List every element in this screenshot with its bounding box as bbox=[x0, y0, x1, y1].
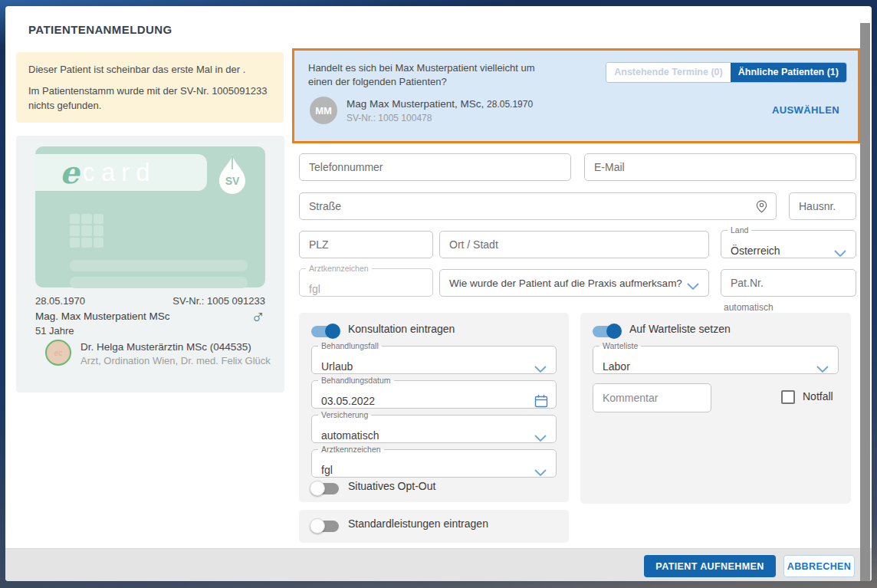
suggestion-question: Handelt es sich bei Max Musterpatient vi… bbox=[308, 61, 535, 89]
svg-text:SV: SV bbox=[225, 175, 240, 187]
ecard-placeholder-bar bbox=[70, 277, 248, 288]
hausnr-input[interactable] bbox=[789, 192, 856, 220]
land-select[interactable]: Land Österreich bbox=[721, 226, 856, 258]
notfall-label: Notfall bbox=[803, 390, 833, 402]
page-title: PATIENTENANMELDUNG bbox=[28, 23, 172, 36]
konsultation-toggle[interactable] bbox=[311, 326, 339, 337]
warteliste-toggle[interactable] bbox=[593, 326, 620, 337]
calendar-icon[interactable] bbox=[534, 394, 548, 411]
similar-patient-suggestion-box: Handelt es sich bei Max Musterpatient vi… bbox=[292, 48, 860, 143]
patient-age: 51 Jahre bbox=[35, 325, 74, 337]
plz-input[interactable] bbox=[299, 231, 433, 258]
ecard-image: ecard SV bbox=[35, 146, 265, 287]
ecard-chip bbox=[70, 214, 103, 248]
first-visit-notice: Dieser Patient ist scheinbar das erste M… bbox=[16, 52, 284, 123]
arztkennzeichen-field: Arztkennzeichen fgl bbox=[299, 264, 433, 297]
ecard-logo-band: ecard bbox=[35, 154, 207, 191]
suggested-patient-birthdate: 28.05.1970 bbox=[487, 99, 533, 110]
patient-avatar: MM bbox=[310, 97, 337, 124]
tab-aehnliche-patienten[interactable]: Ähnliche Patienten (1) bbox=[731, 63, 846, 82]
male-gender-icon: ♂ bbox=[251, 306, 265, 328]
arztkennzeichen-label: Arztkennzeichen bbox=[306, 264, 372, 273]
abbrechen-button[interactable]: ABBRECHEN bbox=[783, 555, 855, 577]
sv-leaf-icon: SV bbox=[216, 153, 248, 199]
behandlungsfall-select[interactable]: Behandlungsfall Urlaub bbox=[311, 342, 557, 374]
kommentar-input[interactable] bbox=[593, 383, 711, 412]
behandlungsdatum-field[interactable]: Behandlungsdatum 03.05.2022 bbox=[311, 376, 557, 409]
situatives-optout-label: Situatives Opt-Out bbox=[348, 480, 435, 492]
telefonnummer-input[interactable] bbox=[299, 153, 571, 181]
behandlungsfall-value: Urlaub bbox=[321, 360, 353, 373]
chevron-down-icon bbox=[834, 247, 846, 261]
dialog-footer: PATIENT AUFNEHMEN ABBRECHEN bbox=[5, 548, 872, 581]
email-input[interactable] bbox=[584, 153, 856, 181]
standardleistungen-label: Standardleistungen eintragen bbox=[348, 517, 488, 530]
situatives-optout-toggle[interactable] bbox=[311, 483, 339, 494]
patient-name: Mag. Max Musterpatient MSc bbox=[35, 310, 170, 322]
patient-birthdate: 28.05.1970 bbox=[35, 295, 85, 307]
patient-aufnehmen-button[interactable]: PATIENT AUFNEHMEN bbox=[644, 555, 776, 577]
standardleistungen-panel: Standardleistungen eintragen bbox=[299, 510, 569, 543]
doctor-name: Dr. Helga Musterärztin MSc (044535) bbox=[80, 341, 251, 353]
patient-sv-number: SV-Nr.: 1005 091233 bbox=[172, 295, 265, 307]
patient-registration-dialog: PATIENTENANMELDUNG Dieser Patient ist sc… bbox=[5, 6, 872, 581]
behandlungsdatum-value: 03.05.2022 bbox=[321, 395, 375, 407]
chevron-down-icon bbox=[534, 363, 547, 376]
praxis-aufmerksam-select[interactable]: Wie wurde der Patient auf die Praxis auf… bbox=[439, 269, 709, 297]
patnr-hint: automatisch bbox=[724, 302, 774, 313]
notice-line-1: Dieser Patient ist scheinbar das erste M… bbox=[28, 62, 271, 77]
land-value: Österreich bbox=[731, 245, 780, 257]
doctor-detail: Arzt, Ordination Wien, Dr. med. Felix Gl… bbox=[80, 355, 271, 366]
strasse-input[interactable] bbox=[299, 192, 777, 220]
standardleistungen-toggle[interactable] bbox=[311, 521, 339, 532]
warteliste-panel: Auf Warteliste setzen Warteliste Labor N… bbox=[580, 313, 851, 504]
chevron-down-icon bbox=[534, 466, 547, 480]
warteliste-value: Labor bbox=[603, 360, 630, 373]
warteliste-toggle-label: Auf Warteliste setzen bbox=[629, 323, 731, 335]
tab-anstehende-termine[interactable]: Anstehende Termine (0) bbox=[606, 63, 730, 82]
ecard-logo: ecard bbox=[60, 154, 156, 191]
chevron-down-icon bbox=[687, 280, 699, 294]
konsultation-arztkennzeichen-value: fgl bbox=[321, 464, 333, 476]
warteliste-select[interactable]: Warteliste Labor bbox=[593, 342, 839, 374]
suggestion-tab-group: Anstehende Termine (0) Ähnliche Patiente… bbox=[606, 62, 847, 83]
praxis-aufmerksam-placeholder: Wie wurde der Patient auf die Praxis auf… bbox=[449, 278, 682, 289]
doctor-avatar: ec bbox=[45, 340, 71, 366]
vertical-scrollbar[interactable] bbox=[860, 23, 870, 581]
chevron-down-icon bbox=[816, 363, 829, 376]
ecard-placeholder-bar bbox=[70, 260, 248, 271]
arztkennzeichen-value: fgl bbox=[309, 283, 320, 295]
select-patient-link[interactable]: AUSWÄHLEN bbox=[772, 104, 839, 116]
patnr-input[interactable] bbox=[721, 269, 856, 297]
land-label: Land bbox=[728, 226, 751, 235]
suggested-patient-name: Mag Max Musterpatient, MSc, 28.05.1970 bbox=[347, 98, 533, 110]
notice-line-2: Im Patientenstamm wurde mit der SV-Nr. 1… bbox=[28, 84, 271, 113]
ort-stadt-input[interactable] bbox=[439, 231, 709, 258]
chevron-down-icon bbox=[534, 432, 547, 445]
versicherung-select[interactable]: Versicherung automatisch bbox=[311, 411, 557, 443]
konsultation-arztkennzeichen-select[interactable]: Arztkennzeichen fgl bbox=[311, 445, 557, 478]
suggested-patient-sv-number: SV-Nr.: 1005 100478 bbox=[347, 113, 432, 123]
versicherung-value: automatisch bbox=[321, 429, 379, 442]
notfall-checkbox[interactable] bbox=[781, 390, 795, 404]
konsultation-toggle-label: Konsultation eintragen bbox=[348, 323, 455, 335]
konsultation-panel: Konsultation eintragen Behandlungsfall U… bbox=[299, 313, 569, 502]
ecard-patient-panel: ecard SV 28.05.1970 SV-Nr.: 1005 091233 … bbox=[16, 136, 284, 393]
